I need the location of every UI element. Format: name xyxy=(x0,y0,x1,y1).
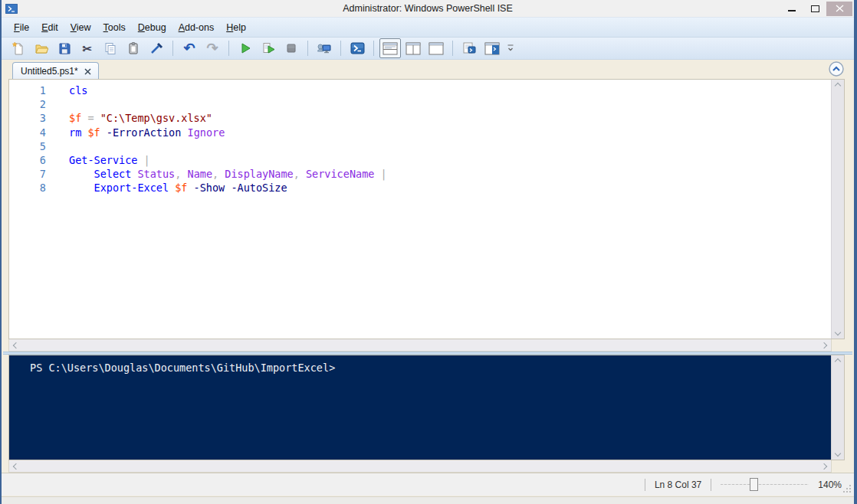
code-line[interactable]: 6Get-Service | xyxy=(9,153,831,167)
console-pane-row: PS C:\Users\Douglas\Documents\GitHub\Imp… xyxy=(8,355,845,460)
chevron-up-circle-icon xyxy=(829,61,844,77)
zoom-percent: 140% xyxy=(818,479,842,490)
console-vertical-scrollbar[interactable] xyxy=(831,355,844,460)
overflow-chevron-icon xyxy=(507,44,514,53)
line-number: 3 xyxy=(9,111,46,125)
show-command-window-button[interactable] xyxy=(458,38,480,58)
code-line[interactable]: 2 xyxy=(9,97,831,111)
cut-icon: ✂ xyxy=(83,43,93,54)
code-line[interactable]: 4rm $f -ErrorAction Ignore xyxy=(9,126,831,139)
code-line[interactable]: 7 Select Status, Name, DisplayName, Serv… xyxy=(9,167,831,181)
window-title: Administrator: Windows PowerShell ISE xyxy=(2,3,854,14)
open-script-button[interactable] xyxy=(31,38,52,58)
run-script-button[interactable] xyxy=(235,38,256,58)
toolbar-overflow-button[interactable] xyxy=(504,38,517,58)
paste-button[interactable] xyxy=(123,38,144,58)
save-button[interactable] xyxy=(54,38,75,58)
collapse-script-pane-button[interactable] xyxy=(829,61,844,79)
menu-item-debug[interactable]: Debug xyxy=(132,20,172,35)
close-icon xyxy=(836,5,844,12)
tab-close-button[interactable] xyxy=(84,68,91,75)
open-folder-icon xyxy=(34,41,48,55)
console-pane[interactable]: PS C:\Users\Douglas\Documents\GitHub\Imp… xyxy=(9,355,831,460)
undo-icon: ↶ xyxy=(183,41,195,55)
scroll-down-icon[interactable] xyxy=(835,329,841,335)
zoom-slider[interactable] xyxy=(721,477,809,493)
undo-button[interactable]: ↶ xyxy=(179,38,200,58)
menu-item-edit[interactable]: Edit xyxy=(35,20,64,35)
script-editor[interactable]: 1cls2 3$f = "C:\Temp\gsv.xlsx"4rm $f -Er… xyxy=(9,80,831,339)
show-script-pane-top-button[interactable] xyxy=(379,38,401,58)
redo-icon: ↷ xyxy=(206,41,218,55)
cursor-position: Ln 8 Col 37 xyxy=(655,479,701,490)
close-tab-icon xyxy=(84,68,91,75)
scroll-up-icon[interactable] xyxy=(835,83,841,89)
copy-button[interactable] xyxy=(100,38,121,58)
menu-item-view[interactable]: View xyxy=(64,20,97,35)
stop-icon xyxy=(284,41,298,55)
show-script-pane-right-button[interactable] xyxy=(402,38,424,58)
paste-icon xyxy=(126,41,140,55)
console-horizontal-scrollbar[interactable] xyxy=(8,460,832,473)
zoom-slider-track[interactable] xyxy=(721,484,809,485)
code-line[interactable]: 5 xyxy=(9,139,831,153)
start-powershell-button[interactable] xyxy=(346,38,368,58)
script-pane-right-icon xyxy=(406,42,421,55)
script-pane-toggle-icon xyxy=(484,42,500,55)
scroll-right-icon[interactable] xyxy=(821,463,827,469)
menu-item-help[interactable]: Help xyxy=(220,20,252,35)
editor-hscroll-row xyxy=(8,339,845,352)
line-number: 7 xyxy=(9,167,46,181)
maximize-button[interactable] xyxy=(803,1,826,16)
scroll-left-icon[interactable] xyxy=(13,342,19,348)
line-number: 1 xyxy=(9,83,46,97)
code-text: Get-Service | xyxy=(69,153,150,167)
resize-grip-icon[interactable] xyxy=(842,484,852,493)
scroll-down-icon[interactable] xyxy=(835,450,841,457)
scroll-up-icon[interactable] xyxy=(835,358,841,365)
code-text xyxy=(69,97,75,111)
new-script-button[interactable] xyxy=(8,38,29,58)
scroll-right-icon[interactable] xyxy=(821,342,827,348)
clear-console-pane-button[interactable] xyxy=(146,38,167,58)
toolbar-separator xyxy=(307,41,308,56)
status-bar: Ln 8 Col 37 140% xyxy=(2,473,854,496)
menu-item-file[interactable]: File xyxy=(8,20,35,35)
tab-untitled5[interactable]: Untitled5.ps1* xyxy=(12,62,99,79)
show-script-pane-button[interactable] xyxy=(481,38,503,58)
redo-button[interactable]: ↷ xyxy=(202,38,223,58)
minimize-button[interactable] xyxy=(780,1,803,16)
zoom-slider-thumb[interactable] xyxy=(750,478,758,491)
cut-button[interactable]: ✂ xyxy=(77,38,98,58)
new-script-icon xyxy=(11,41,25,55)
toolbar-separator xyxy=(172,41,173,56)
line-number: 8 xyxy=(9,181,46,195)
tab-label: Untitled5.ps1* xyxy=(21,66,78,77)
stop-operation-button[interactable] xyxy=(281,38,302,58)
code-line[interactable]: 1cls xyxy=(9,83,831,97)
run-script-icon xyxy=(238,41,252,55)
statusbar-separator xyxy=(711,479,711,491)
code-line[interactable]: 8 Export-Excel $f -Show -AutoSize xyxy=(9,181,831,195)
editor-vertical-scrollbar[interactable] xyxy=(831,80,844,339)
close-button[interactable] xyxy=(826,2,852,16)
run-selection-button[interactable] xyxy=(258,38,279,58)
menu-item-add-ons[interactable]: Add-ons xyxy=(172,20,221,35)
remote-tab-icon xyxy=(317,41,332,55)
maximize-icon xyxy=(811,5,819,12)
menu-item-tools[interactable]: Tools xyxy=(97,20,132,35)
run-selection-icon xyxy=(261,41,275,55)
copy-icon xyxy=(103,41,117,55)
statusbar-separator xyxy=(645,479,645,491)
line-number: 4 xyxy=(9,126,46,139)
scroll-left-icon[interactable] xyxy=(13,463,19,469)
toolbar: ✂ ↶ ↷ xyxy=(2,37,854,60)
save-icon xyxy=(57,41,71,55)
code-text: cls xyxy=(69,83,87,97)
code-text: Select Status, Name, DisplayName, Servic… xyxy=(69,167,387,181)
show-script-pane-maximized-button[interactable] xyxy=(425,38,447,58)
editor-horizontal-scrollbar[interactable] xyxy=(8,339,832,352)
new-remote-powershell-tab-button[interactable] xyxy=(314,38,335,58)
script-pane-top-icon xyxy=(383,42,398,55)
code-line[interactable]: 3$f = "C:\Temp\gsv.xlsx" xyxy=(9,111,831,125)
